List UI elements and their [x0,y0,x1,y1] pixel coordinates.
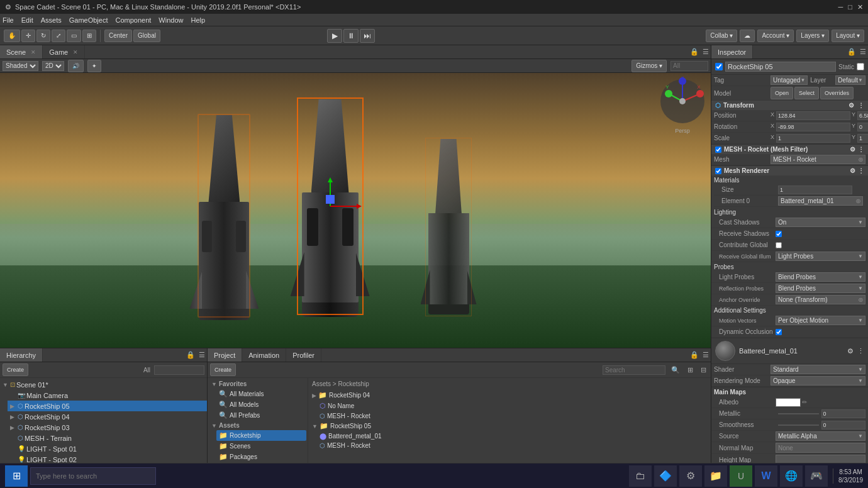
select-btn[interactable]: Select [794,87,819,99]
tab-scene[interactable]: Scene ✕ [0,45,43,58]
pos-y-input[interactable] [857,111,868,120]
scene-tab-close[interactable]: ✕ [31,49,36,55]
tab-inspector[interactable]: Inspector [711,45,753,58]
center-toggle[interactable]: Center [104,30,132,42]
smoothness-value[interactable] [821,421,866,430]
rendering-mode-dropdown[interactable]: Opaque ▼ [771,376,865,385]
scene-search[interactable] [670,61,708,71]
project-mesh-rocket-05[interactable]: ⬡ MESH - Rocket [317,441,709,450]
static-checkbox[interactable] [857,63,864,70]
2d-dropdown[interactable]: 2D [42,61,64,71]
cloud-button[interactable]: ☁ [740,30,755,42]
taskbar-app1[interactable]: 🔷 [654,465,677,487]
hierarchy-lock[interactable]: 🔒 [184,348,197,362]
mesh-renderer-header[interactable]: Mesh Renderer ⚙ ⋮ [711,166,868,175]
anchor-override-dropdown[interactable]: None (Transform) ◎ [776,295,865,304]
taskbar-folder[interactable]: 📁 [704,465,727,487]
metallic-slider[interactable] [778,413,819,414]
gizmo-widget[interactable]: X Y Z Persp [657,76,708,126]
size-input[interactable] [778,186,852,194]
mesh-filter-more-icon[interactable]: ⋮ [858,146,864,153]
tag-dropdown[interactable]: Untagged ▼ [771,75,808,85]
hierarchy-main-camera[interactable]: 📷 Main Camera [8,390,207,401]
hierarchy-light-spot01[interactable]: 💡 LIGHT - Spot 01 [8,443,207,454]
transform-more-icon[interactable]: ⋮ [858,102,864,109]
project-scenes-folder[interactable]: 📁 Scenes [216,441,306,452]
taskbar-app3[interactable]: 🎮 [805,465,828,487]
mesh-filter-settings-icon[interactable]: ⚙ [850,146,855,153]
layers-button[interactable]: Layers ▾ [796,30,829,42]
shader-dropdown[interactable]: Standard ▼ [771,365,865,374]
collab-button[interactable]: Collab ▾ [706,30,737,42]
light-probes-dropdown[interactable]: Blend Probes ▼ [776,272,865,282]
play-button[interactable]: ▶ [327,29,342,43]
hierarchy-create-btn[interactable]: Create [3,363,28,376]
mesh-renderer-checkbox[interactable] [715,168,721,174]
menu-edit[interactable]: Edit [21,16,33,24]
material-more-icon[interactable]: ⋮ [857,347,864,355]
tab-game[interactable]: Game ✕ [43,45,85,58]
layout-button[interactable]: Layout ▾ [832,30,864,42]
project-lock[interactable]: 🔒 [688,348,701,362]
game-tab-close[interactable]: ✕ [73,49,78,55]
object-active-checkbox[interactable] [715,63,723,70]
transform-header[interactable]: ⬡ Transform ⚙ ⋮ [711,101,868,110]
hierarchy-rocketship03[interactable]: ▶ ⬡ RocketShip 03 [8,422,207,433]
albedo-swatch[interactable] [776,398,801,407]
element0-dropdown[interactable]: Battered_metal_01 ◎ [778,196,863,206]
receive-global-dropdown[interactable]: Light Probes ▼ [776,252,865,261]
metallic-value[interactable] [821,409,866,418]
taskbar-word[interactable]: W [755,465,777,487]
transform-tool[interactable]: ⊞ [82,30,96,42]
motion-vectors-dropdown[interactable]: Per Object Motion ▼ [776,316,865,325]
open-btn[interactable]: Open [771,87,793,99]
lighting-label[interactable]: Lighting [711,208,868,217]
rocket-2-selected[interactable] [299,99,362,313]
hierarchy-menu[interactable]: ☰ [197,348,207,362]
mesh-renderer-settings-icon[interactable]: ⚙ [850,167,855,174]
scene-lock-icon[interactable]: 🔒 [688,45,701,58]
object-name-input[interactable]: RocketShip 05 [725,62,836,72]
hierarchy-scene-root[interactable]: ▼ ⊡ Scene 01* [0,379,207,390]
scale-y-input[interactable] [857,134,868,143]
mesh-filter-header[interactable]: MESH - Rocket (Mesh Filter) ⚙ ⋮ [711,145,868,154]
receive-shadows-checkbox[interactable] [776,231,782,237]
menu-component[interactable]: Component [115,16,151,24]
inspector-lock[interactable]: 🔒 [845,45,858,58]
overrides-btn[interactable]: Overrides [820,87,854,99]
step-button[interactable]: ⏭ [360,29,375,43]
rect-tool[interactable]: ▭ [67,30,81,42]
hierarchy-rocketship05[interactable]: ▶ ⬡ RocketShip 05 [8,401,207,411]
scale-tool[interactable]: ⤢ [52,30,65,42]
move-tool[interactable]: ✛ [21,30,35,42]
project-sort-icon[interactable]: ⊞ [686,365,695,375]
mesh-renderer-more-icon[interactable]: ⋮ [858,167,864,174]
account-button[interactable]: Account ▾ [757,30,794,42]
close-btn[interactable]: ✕ [857,3,863,11]
tab-project[interactable]: Project [208,348,242,362]
project-view-icon[interactable]: ⊟ [699,365,708,375]
start-button[interactable]: ⊞ [5,465,28,487]
contribute-global-checkbox[interactable] [776,242,782,248]
rotate-tool[interactable]: ↻ [36,30,50,42]
albedo-texture[interactable]: ✏ [802,399,807,406]
global-toggle[interactable]: Global [133,30,160,42]
transform-settings-icon[interactable]: ⚙ [849,102,854,109]
shaded-dropdown[interactable]: Shaded [3,61,38,71]
taskbar-browser[interactable]: 🌐 [780,465,803,487]
project-all-materials[interactable]: 🔍 All Materials [216,389,306,399]
favorites-header[interactable]: ▼ Favorites [209,379,306,389]
pause-button[interactable]: ⏸ [343,29,359,43]
project-material[interactable]: ⬤ Battered_metal_01 [317,431,709,441]
project-all-models[interactable]: 🔍 All Models [216,399,306,410]
normal-map-control[interactable]: None [776,443,865,453]
menu-window[interactable]: Window [159,16,183,24]
project-search[interactable] [603,365,665,375]
audio-btn[interactable]: 🔊 [68,60,84,72]
project-rocketship05-folder[interactable]: ▼ 📁 RocketShip 05 [309,421,709,431]
rot-x-input[interactable] [776,123,850,131]
source-dropdown[interactable]: Metallic Alpha ▼ [776,431,865,441]
probes-label[interactable]: Probes [711,262,868,272]
scene-menu-icon[interactable]: ☰ [701,45,711,58]
hierarchy-search[interactable] [154,365,204,375]
